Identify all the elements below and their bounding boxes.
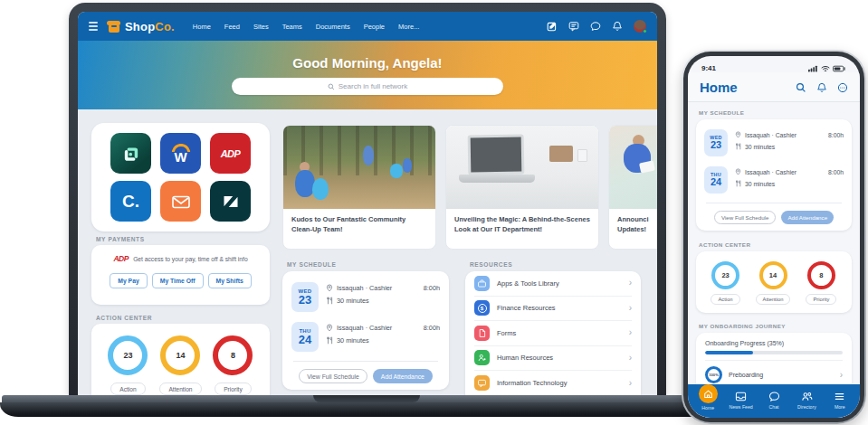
schedule-row[interactable]: THU 24 Issaquah · Cashier 8:00h 3 [704,164,844,201]
zendesk-app-icon[interactable] [210,181,251,222]
location-pin-icon [735,131,741,138]
my-pay-button[interactable]: My Pay [110,273,147,288]
inbox-icon [735,391,747,402]
app-brackets-icon[interactable] [110,133,151,174]
laptop-base [0,402,766,417]
attention-label[interactable]: Attention [756,294,791,305]
news-card-cleanup[interactable]: Kudos to Our Fantastic Community Clean-U… [282,125,436,250]
nav-news-feed[interactable]: News Feed [724,391,757,410]
menu-item-documents[interactable]: Documents [316,23,350,31]
schedule-row[interactable]: WED 23 Issaquah · Cashier 8:00h 30 minut… [291,279,440,319]
resource-it[interactable]: Information Technology › [474,371,632,395]
action-ring: 23 [711,261,739,289]
news-carousel: Kudos to Our Fantastic Community Clean-U… [282,125,657,250]
my-time-off-button[interactable]: My Time Off [152,273,204,288]
resource-forms[interactable]: Forms › [474,321,632,346]
nav-directory[interactable]: Directory [790,391,823,410]
shift-hours: 8:00h [828,132,844,138]
chat-icon[interactable] [590,21,601,32]
nav-more[interactable]: More [824,391,856,410]
bell-icon[interactable] [816,82,827,93]
resource-label: Apps & Tools Library [497,279,559,288]
shift-hours: 8:00h [424,284,440,292]
bell-icon[interactable] [612,21,623,32]
action-stat[interactable]: 23 Action [711,261,739,305]
compose-icon[interactable] [547,21,558,32]
shift-location: Issaquah · Cashier [337,324,392,332]
priority-stat[interactable]: 8 Priority [213,335,253,395]
menu-item-sites[interactable]: Sites [253,23,269,31]
logo-co: Co. [155,20,175,33]
forum-icon[interactable] [568,21,579,32]
resource-hr[interactable]: Human Resources › [474,346,632,372]
chevron-right-icon: › [629,379,632,388]
news-card-it[interactable]: Unveiling the Magic: A Behind-the-Scenes… [445,125,599,250]
attention-stat[interactable]: 14 Attention [756,261,791,305]
concur-app-icon[interactable]: C. [110,181,151,222]
briefcase-icon [474,276,490,291]
add-attendance-button[interactable]: Add Attendance [373,369,433,383]
news-image-announcement [609,126,657,209]
action-stat[interactable]: 23 Action [108,335,148,395]
action-label[interactable]: Action [711,294,739,305]
resource-finance[interactable]: $ Finance Resources › [474,297,632,322]
adp-app-icon[interactable]: ADP [210,133,251,174]
news-title: Unveiling the Magic: A Behind-the-Scenes… [446,209,598,241]
news-card-announcement[interactable]: Announci Updates! [608,125,657,250]
menu-item-teams[interactable]: Teams [282,23,302,31]
search-icon [328,83,335,90]
nav-label: Chat [769,404,779,410]
progress-bar [705,351,843,354]
schedule-row[interactable]: THU 24 Issaquah · Cashier 8:00h 30 minut… [291,319,440,359]
online-status-dot [643,29,647,33]
concur-wordmark: C. [122,192,139,212]
navbar-actions [547,20,646,33]
break-duration: 30 minutes [745,181,775,187]
menu-item-feed[interactable]: Feed [224,23,240,31]
view-full-schedule-button[interactable]: View Full Schedule [714,211,777,224]
chat-icon [768,391,780,402]
break-duration: 30 minutes [337,297,369,305]
nav-home[interactable]: Home [692,390,724,411]
payments-section-label: MY PAYMENTS [96,236,145,242]
chevron-right-icon: › [629,354,632,363]
location-pin-icon [735,168,741,175]
my-shifts-button[interactable]: My Shifts [208,273,252,288]
attention-label[interactable]: Attention [159,382,201,395]
menu-item-more[interactable]: More... [398,23,419,31]
menu-item-people[interactable]: People [364,23,385,31]
add-attendance-button[interactable]: Add Attendance [781,211,834,224]
date-number: 23 [299,294,311,307]
shopco-logo[interactable]: ShopCo. [107,20,175,33]
mail-app-icon[interactable] [160,181,201,222]
shift-location: Issaquah · Cashier [745,132,796,138]
people-icon [801,391,813,402]
view-full-schedule-button[interactable]: View Full Schedule [299,369,367,383]
shift-hours: 8:00h [828,169,844,175]
schedule-row[interactable]: WED 23 Issaquah · Cashier 8:00h 3 [704,127,844,164]
laptop-screen: ShopCo. Home Feed Sites Teams Documents … [78,12,657,395]
hamburger-menu-icon[interactable] [89,22,98,31]
search-input[interactable]: Search in full network [232,78,503,95]
search-icon[interactable] [796,82,806,93]
resource-label: Human Resources [497,354,553,362]
nav-label: More [835,404,845,410]
shopping-bag-icon [107,21,120,33]
greeting-banner: Good Morning, Angela! Search in full net… [78,41,657,109]
user-avatar[interactable] [634,20,646,33]
workday-app-icon[interactable]: W [160,133,201,174]
action-label[interactable]: Action [110,382,145,395]
payments-text: Get access to your pay, time off & shift… [133,256,248,262]
more-options-icon[interactable] [837,82,848,93]
priority-stat[interactable]: 8 Priority [806,261,836,305]
menu-item-home[interactable]: Home [193,23,211,31]
nav-chat[interactable]: Chat [758,391,790,410]
resource-apps-tools[interactable]: Apps & Tools Library › [474,271,632,297]
resource-label: Information Technology [497,379,567,387]
date-badge: THU 24 [291,322,319,352]
hamburger-menu-icon [834,391,845,402]
priority-label[interactable]: Priority [215,382,252,395]
priority-label[interactable]: Priority [806,294,836,305]
attention-stat[interactable]: 14 Attention [159,335,201,395]
envelope-icon [170,194,192,210]
